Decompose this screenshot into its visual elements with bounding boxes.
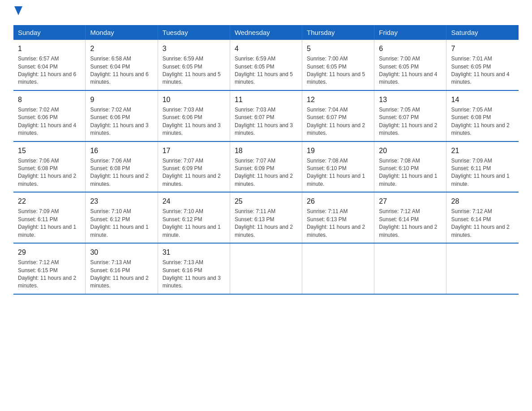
day-number: 11 <box>235 94 297 105</box>
day-info: Sunrise: 7:05 AMSunset: 6:08 PMDaylight:… <box>451 106 514 137</box>
calendar-cell: 8Sunrise: 7:02 AMSunset: 6:06 PMDaylight… <box>13 90 86 141</box>
day-number: 28 <box>451 196 514 206</box>
day-number: 17 <box>163 146 225 156</box>
calendar-cell: 12Sunrise: 7:04 AMSunset: 6:07 PMDayligh… <box>302 90 374 141</box>
calendar-cell: 21Sunrise: 7:09 AMSunset: 6:11 PMDayligh… <box>446 141 519 193</box>
day-number: 31 <box>163 247 225 257</box>
svg-marker-0 <box>14 6 22 15</box>
weekday-header-wednesday: Wednesday <box>230 25 302 40</box>
weekday-header-friday: Friday <box>374 25 446 40</box>
day-number: 2 <box>90 43 153 54</box>
day-info: Sunrise: 7:00 AMSunset: 6:05 PMDaylight:… <box>379 55 442 86</box>
calendar-cell: 27Sunrise: 7:12 AMSunset: 6:14 PMDayligh… <box>374 192 446 243</box>
day-number: 24 <box>163 196 225 206</box>
day-number: 1 <box>18 43 81 54</box>
day-number: 22 <box>18 196 81 206</box>
day-info: Sunrise: 7:09 AMSunset: 6:11 PMDaylight:… <box>18 208 81 239</box>
calendar-cell <box>446 243 519 294</box>
calendar-cell: 15Sunrise: 7:06 AMSunset: 6:08 PMDayligh… <box>13 141 86 193</box>
day-number: 14 <box>451 94 514 105</box>
day-number: 4 <box>235 43 297 54</box>
calendar-cell: 4Sunrise: 6:59 AMSunset: 6:05 PMDaylight… <box>230 40 302 90</box>
day-number: 20 <box>379 146 442 156</box>
day-info: Sunrise: 7:04 AMSunset: 6:07 PMDaylight:… <box>307 106 369 137</box>
day-info: Sunrise: 7:07 AMSunset: 6:09 PMDaylight:… <box>235 157 297 188</box>
logo <box>13 9 22 16</box>
day-number: 30 <box>90 247 153 257</box>
day-info: Sunrise: 7:11 AMSunset: 6:13 PMDaylight:… <box>235 208 297 239</box>
day-number: 12 <box>307 94 369 105</box>
calendar-week-5: 29Sunrise: 7:12 AMSunset: 6:15 PMDayligh… <box>13 243 519 294</box>
weekday-header-tuesday: Tuesday <box>158 25 230 40</box>
day-info: Sunrise: 6:59 AMSunset: 6:05 PMDaylight:… <box>235 55 297 86</box>
calendar-week-1: 1Sunrise: 6:57 AMSunset: 6:04 PMDaylight… <box>13 40 519 90</box>
calendar-cell: 31Sunrise: 7:13 AMSunset: 6:16 PMDayligh… <box>158 243 230 294</box>
logo-arrow-icon <box>14 6 22 18</box>
calendar-cell: 22Sunrise: 7:09 AMSunset: 6:11 PMDayligh… <box>13 192 86 243</box>
day-number: 3 <box>163 43 225 54</box>
day-number: 6 <box>379 43 442 54</box>
calendar-cell <box>230 243 302 294</box>
day-info: Sunrise: 7:08 AMSunset: 6:10 PMDaylight:… <box>307 157 369 188</box>
day-number: 10 <box>163 94 225 105</box>
calendar-cell: 10Sunrise: 7:03 AMSunset: 6:06 PMDayligh… <box>158 90 230 141</box>
day-info: Sunrise: 7:09 AMSunset: 6:11 PMDaylight:… <box>451 157 514 188</box>
calendar-cell: 9Sunrise: 7:02 AMSunset: 6:06 PMDaylight… <box>86 90 158 141</box>
day-info: Sunrise: 7:12 AMSunset: 6:14 PMDaylight:… <box>451 208 514 239</box>
day-info: Sunrise: 7:08 AMSunset: 6:10 PMDaylight:… <box>379 157 442 188</box>
calendar-header-row: SundayMondayTuesdayWednesdayThursdayFrid… <box>13 25 519 40</box>
calendar-cell: 13Sunrise: 7:05 AMSunset: 6:07 PMDayligh… <box>374 90 446 141</box>
day-number: 21 <box>451 146 514 156</box>
day-number: 15 <box>18 146 81 156</box>
day-number: 19 <box>307 146 369 156</box>
weekday-header-monday: Monday <box>86 25 158 40</box>
day-info: Sunrise: 7:02 AMSunset: 6:06 PMDaylight:… <box>18 106 81 137</box>
calendar-cell <box>302 243 374 294</box>
day-number: 26 <box>307 196 369 206</box>
day-info: Sunrise: 7:03 AMSunset: 6:06 PMDaylight:… <box>163 106 225 137</box>
day-info: Sunrise: 7:06 AMSunset: 6:08 PMDaylight:… <box>90 157 153 188</box>
day-info: Sunrise: 7:03 AMSunset: 6:07 PMDaylight:… <box>235 106 297 137</box>
day-number: 8 <box>18 94 81 105</box>
day-number: 25 <box>235 196 297 206</box>
day-info: Sunrise: 7:07 AMSunset: 6:09 PMDaylight:… <box>163 157 225 188</box>
calendar-cell: 3Sunrise: 6:59 AMSunset: 6:05 PMDaylight… <box>158 40 230 90</box>
calendar-cell: 29Sunrise: 7:12 AMSunset: 6:15 PMDayligh… <box>13 243 86 294</box>
day-info: Sunrise: 7:02 AMSunset: 6:06 PMDaylight:… <box>90 106 153 137</box>
calendar-cell: 16Sunrise: 7:06 AMSunset: 6:08 PMDayligh… <box>86 141 158 193</box>
calendar-cell: 30Sunrise: 7:13 AMSunset: 6:16 PMDayligh… <box>86 243 158 294</box>
weekday-header-sunday: Sunday <box>13 25 86 40</box>
calendar-table: SundayMondayTuesdayWednesdayThursdayFrid… <box>13 25 519 295</box>
calendar-cell: 25Sunrise: 7:11 AMSunset: 6:13 PMDayligh… <box>230 192 302 243</box>
day-number: 23 <box>90 196 153 206</box>
weekday-header-thursday: Thursday <box>302 25 374 40</box>
day-info: Sunrise: 7:00 AMSunset: 6:05 PMDaylight:… <box>307 55 369 86</box>
calendar-cell: 6Sunrise: 7:00 AMSunset: 6:05 PMDaylight… <box>374 40 446 90</box>
weekday-header-saturday: Saturday <box>446 25 519 40</box>
day-info: Sunrise: 6:58 AMSunset: 6:04 PMDaylight:… <box>90 55 153 86</box>
day-info: Sunrise: 7:11 AMSunset: 6:13 PMDaylight:… <box>307 208 369 239</box>
calendar-cell: 23Sunrise: 7:10 AMSunset: 6:12 PMDayligh… <box>86 192 158 243</box>
day-number: 16 <box>90 146 153 156</box>
calendar-week-3: 15Sunrise: 7:06 AMSunset: 6:08 PMDayligh… <box>13 141 519 193</box>
day-info: Sunrise: 7:05 AMSunset: 6:07 PMDaylight:… <box>379 106 442 137</box>
day-number: 7 <box>451 43 514 54</box>
page-header <box>13 9 519 16</box>
calendar-cell <box>374 243 446 294</box>
calendar-cell: 11Sunrise: 7:03 AMSunset: 6:07 PMDayligh… <box>230 90 302 141</box>
calendar-cell: 1Sunrise: 6:57 AMSunset: 6:04 PMDaylight… <box>13 40 86 90</box>
day-number: 9 <box>90 94 153 105</box>
day-number: 18 <box>235 146 297 156</box>
calendar-cell: 28Sunrise: 7:12 AMSunset: 6:14 PMDayligh… <box>446 192 519 243</box>
calendar-cell: 18Sunrise: 7:07 AMSunset: 6:09 PMDayligh… <box>230 141 302 193</box>
day-info: Sunrise: 7:12 AMSunset: 6:15 PMDaylight:… <box>18 259 81 290</box>
day-info: Sunrise: 7:01 AMSunset: 6:05 PMDaylight:… <box>451 55 514 86</box>
calendar-cell: 2Sunrise: 6:58 AMSunset: 6:04 PMDaylight… <box>86 40 158 90</box>
day-info: Sunrise: 7:06 AMSunset: 6:08 PMDaylight:… <box>18 157 81 188</box>
day-info: Sunrise: 6:59 AMSunset: 6:05 PMDaylight:… <box>163 55 225 86</box>
day-info: Sunrise: 7:10 AMSunset: 6:12 PMDaylight:… <box>163 208 225 239</box>
calendar-cell: 7Sunrise: 7:01 AMSunset: 6:05 PMDaylight… <box>446 40 519 90</box>
calendar-cell: 19Sunrise: 7:08 AMSunset: 6:10 PMDayligh… <box>302 141 374 193</box>
calendar-week-4: 22Sunrise: 7:09 AMSunset: 6:11 PMDayligh… <box>13 192 519 243</box>
calendar-cell: 20Sunrise: 7:08 AMSunset: 6:10 PMDayligh… <box>374 141 446 193</box>
